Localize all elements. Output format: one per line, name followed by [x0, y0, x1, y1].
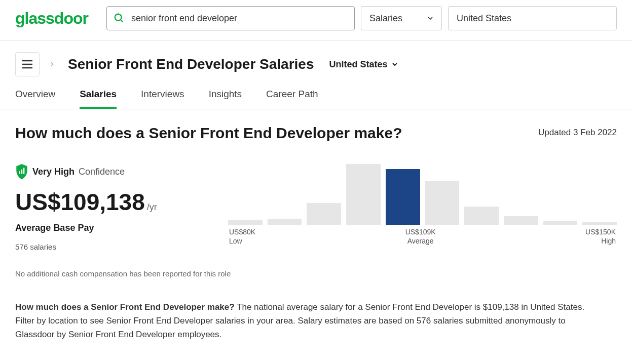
svg-rect-6: [21, 170, 22, 174]
category-select[interactable]: Salaries: [361, 6, 442, 30]
brand-logo[interactable]: glassdoor: [15, 9, 88, 28]
search-icon: [114, 13, 125, 24]
compensation-note: No additional cash compensation has been…: [15, 269, 617, 278]
menu-button[interactable]: [15, 52, 40, 76]
confidence-badge: Very High Confidence: [15, 164, 198, 179]
search-input[interactable]: [106, 6, 355, 30]
average-label: Average Base Pay: [15, 223, 198, 233]
description: How much does a Senior Front End Develop…: [15, 300, 598, 342]
description-bold: How much does a Senior Front End Develop…: [15, 302, 235, 312]
salary-amount: US$109,138 /yr: [15, 188, 198, 216]
updated-date: Updated 3 Feb 2022: [538, 128, 617, 138]
chart-bar: [582, 222, 617, 225]
svg-point-0: [115, 14, 122, 21]
tab-career-path[interactable]: Career Path: [266, 89, 318, 109]
tab-salaries[interactable]: Salaries: [80, 89, 117, 109]
tab-overview[interactable]: Overview: [15, 89, 55, 109]
axis-marker: US$80KLow: [229, 228, 255, 245]
axis-marker: US$109KAverage: [405, 228, 436, 245]
location-filter[interactable]: United States: [329, 59, 398, 70]
salary-count: 576 salaries: [15, 242, 198, 251]
tab-insights[interactable]: Insights: [209, 89, 242, 109]
chevron-down-icon: [426, 14, 434, 22]
main-heading: How much does a Senior Front End Develop…: [15, 125, 402, 142]
svg-rect-7: [23, 168, 24, 174]
location-filter-label: United States: [329, 59, 387, 70]
chart-bar: [346, 164, 381, 225]
chart-bar: [386, 169, 420, 225]
chevron-right-icon: [49, 60, 55, 69]
chart-bar: [268, 219, 302, 225]
tab-interviews[interactable]: Interviews: [141, 89, 184, 109]
svg-line-1: [121, 20, 123, 22]
salary-value: US$109,138: [15, 188, 145, 216]
hamburger-icon: [22, 60, 33, 69]
chart-bar: [228, 220, 263, 225]
svg-rect-5: [19, 171, 20, 174]
salary-period: /yr: [147, 202, 157, 213]
location-select-label: United States: [457, 13, 511, 24]
axis-marker: US$150KHigh: [585, 228, 616, 245]
confidence-suffix: Confidence: [79, 167, 125, 177]
chart-bar: [425, 181, 460, 225]
category-select-label: Salaries: [369, 13, 402, 24]
chevron-down-icon: [391, 60, 399, 68]
salary-distribution-chart: US$80KLowUS$109KAverageUS$150KHigh: [228, 164, 617, 245]
confidence-level: Very High: [32, 167, 75, 177]
tabs: OverviewSalariesInterviewsInsightsCareer…: [0, 76, 632, 109]
page-title: Senior Front End Developer Salaries: [68, 56, 314, 72]
shield-icon: [15, 164, 28, 179]
location-select[interactable]: United States: [448, 6, 617, 30]
chart-bar: [543, 221, 578, 225]
chart-bar: [504, 216, 538, 225]
chart-bar: [307, 203, 341, 225]
chart-bar: [464, 207, 499, 225]
search-wrapper: [106, 6, 355, 30]
